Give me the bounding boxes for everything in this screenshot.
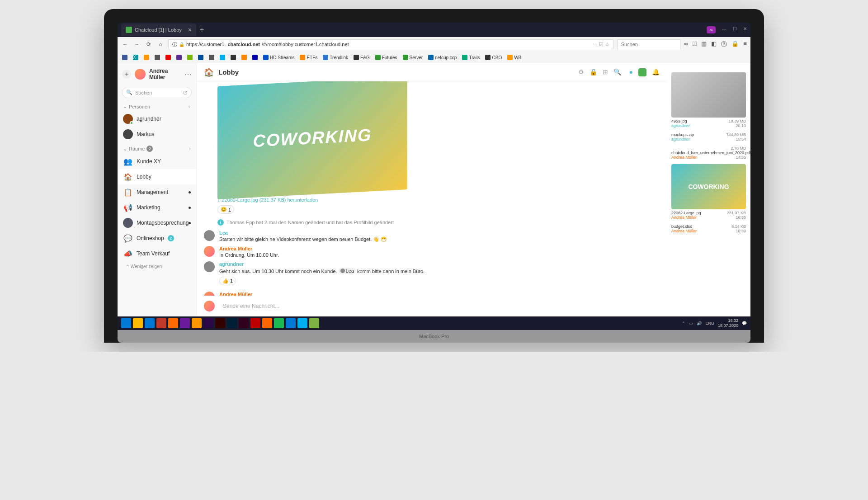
taskbar-app[interactable] bbox=[156, 318, 166, 328]
file-item[interactable]: 8.14 KBbudget.xlsx16:39Andrea Müller bbox=[671, 224, 746, 233]
bookmark[interactable]: Trails bbox=[462, 55, 480, 60]
browser-tab[interactable]: Chatcloud [1] | Lobby × bbox=[121, 24, 196, 36]
notifications-icon[interactable]: 💬 bbox=[742, 321, 747, 325]
bookmark[interactable] bbox=[144, 55, 149, 60]
sidebar-icon[interactable]: ◧ bbox=[711, 40, 717, 48]
message-user[interactable]: Andrea Müller bbox=[219, 246, 660, 251]
bookmark[interactable] bbox=[187, 55, 193, 60]
reload-button[interactable]: ⟳ bbox=[145, 40, 153, 48]
avatar[interactable]: ● bbox=[629, 68, 633, 76]
browser-search[interactable] bbox=[617, 39, 680, 49]
lock-icon[interactable]: 🔒 bbox=[179, 42, 184, 47]
taskbar-app[interactable] bbox=[145, 318, 155, 328]
mention[interactable]: Lea bbox=[339, 268, 356, 274]
bookmark[interactable] bbox=[220, 55, 225, 60]
download-link[interactable]: ↓22082-Large.jpg (231.37 KB) herunterlad… bbox=[217, 197, 660, 203]
taskbar-app[interactable] bbox=[286, 318, 296, 328]
ext1-icon[interactable]: ∞ bbox=[684, 40, 688, 48]
lock-icon[interactable]: 🔒 bbox=[590, 68, 597, 76]
attachment-image[interactable]: COWORKING bbox=[217, 81, 407, 199]
tray-chevron-icon[interactable]: ⌃ bbox=[682, 321, 685, 325]
taskbar-app[interactable] bbox=[168, 318, 178, 328]
avatar[interactable] bbox=[135, 69, 146, 80]
add-room[interactable]: + bbox=[188, 146, 191, 151]
room-item[interactable]: 📢Marketing bbox=[118, 200, 196, 215]
message-user[interactable]: Andrea Müller bbox=[219, 292, 660, 296]
room-item[interactable]: 🏠Lobby bbox=[118, 169, 196, 184]
reaction[interactable]: 👍 1 bbox=[219, 277, 236, 285]
room-item[interactable]: 📋Management bbox=[118, 184, 196, 200]
downloads-icon[interactable]: ⬇⃞ bbox=[693, 40, 697, 48]
bookmark[interactable]: WB bbox=[507, 55, 521, 60]
show-less[interactable]: ⌃ Weniger zeigen bbox=[118, 261, 196, 272]
bookmark[interactable]: Server bbox=[403, 55, 423, 60]
bookmark[interactable] bbox=[165, 55, 171, 60]
message-input[interactable]: Sende eine Nachricht... bbox=[219, 299, 660, 313]
page-actions[interactable]: ⋯ ☑ ☆ bbox=[593, 42, 609, 47]
tab-close-icon[interactable]: × bbox=[188, 26, 192, 33]
library-icon[interactable]: ▥ bbox=[701, 40, 707, 48]
tray-lang[interactable]: ENG bbox=[705, 321, 714, 325]
tray-sound-icon[interactable]: 🔊 bbox=[697, 321, 702, 325]
home-button[interactable]: ⌂ bbox=[156, 40, 165, 48]
bookmark[interactable] bbox=[241, 55, 247, 60]
bookmark[interactable] bbox=[209, 55, 214, 60]
search-input[interactable]: 🔍 Suchen ◷ bbox=[122, 87, 192, 98]
bookmark[interactable]: HD Streams bbox=[263, 55, 294, 60]
url-bar[interactable]: ⓘ 🔒 https://customer1.chatcloud.net/#/ro… bbox=[168, 39, 613, 49]
taskbar-app[interactable] bbox=[192, 318, 202, 328]
taskbar-app[interactable] bbox=[239, 318, 249, 328]
file-thumb[interactable] bbox=[671, 72, 746, 118]
bookmark[interactable] bbox=[198, 55, 203, 60]
room-item[interactable]: 👥Kunde XY bbox=[118, 154, 196, 169]
bookmark[interactable] bbox=[155, 55, 160, 60]
back-button[interactable]: ← bbox=[121, 40, 129, 48]
history-icon[interactable]: ◷ bbox=[183, 90, 188, 95]
bookmark[interactable]: CBO bbox=[485, 55, 502, 60]
taskbar-app[interactable] bbox=[297, 318, 307, 328]
taskbar-app[interactable] bbox=[262, 318, 272, 328]
extension-icon[interactable]: ∞ bbox=[707, 26, 716, 33]
room-item[interactable]: 💬Onlineshop2 bbox=[118, 231, 196, 246]
file-item[interactable]: 10.39 MB4959.jpg20:10agrundner bbox=[671, 119, 746, 128]
room-item[interactable]: 📣Team Verkauf bbox=[118, 246, 196, 261]
bookmark[interactable] bbox=[122, 55, 127, 60]
person-item[interactable]: Markus bbox=[118, 127, 196, 142]
maximize-button[interactable]: ☐ bbox=[733, 26, 737, 33]
bookmark[interactable]: netcup ccp bbox=[428, 55, 457, 60]
taskbar-app[interactable] bbox=[180, 318, 190, 328]
file-item[interactable]: 744.89 MBmockups.zip15:54agrundner bbox=[671, 132, 746, 142]
forward-button[interactable]: → bbox=[133, 40, 141, 48]
file-item[interactable]: 2.78 MBchatcloud_fuer_unternehmen_juni_2… bbox=[671, 146, 746, 160]
close-button[interactable]: ✕ bbox=[743, 26, 747, 33]
shield-icon[interactable]: 🔒 bbox=[731, 40, 739, 48]
section-people[interactable]: ⌄ Personen + bbox=[118, 100, 196, 111]
minimize-button[interactable]: — bbox=[722, 26, 726, 33]
message-user[interactable]: agrundner bbox=[219, 261, 660, 267]
file-item[interactable]: 231.37 KB22082-Large.jpg16:55Andrea Müll… bbox=[671, 211, 746, 220]
start-button[interactable] bbox=[121, 318, 131, 328]
new-tab-button[interactable]: + bbox=[200, 26, 204, 34]
person-item[interactable]: agrundner bbox=[118, 111, 196, 127]
taskbar-app[interactable] bbox=[274, 318, 284, 328]
grid-icon[interactable]: ⊞ bbox=[603, 68, 608, 76]
bookmark[interactable] bbox=[231, 55, 236, 60]
section-rooms[interactable]: ⌄ Räume 2 + bbox=[118, 142, 196, 154]
menu-button[interactable]: ≡ bbox=[743, 40, 747, 48]
taskbar-app[interactable] bbox=[203, 318, 213, 328]
reaction[interactable]: 😊 1 bbox=[217, 205, 234, 214]
chat-scroll[interactable]: COWORKING ↓22082-Large.jpg (231.37 KB) h… bbox=[197, 81, 667, 296]
bookmark[interactable]: F&G bbox=[354, 55, 370, 60]
gear-icon[interactable]: ⚙ bbox=[578, 68, 584, 76]
user-menu[interactable]: ⋯ bbox=[184, 70, 192, 79]
bookmark[interactable]: ETFs bbox=[300, 55, 317, 60]
bookmark[interactable]: Trendlink bbox=[323, 55, 348, 60]
add-button[interactable]: + bbox=[122, 70, 131, 79]
taskbar-app[interactable] bbox=[227, 318, 237, 328]
clock[interactable]: 16:32 18.07.2020 bbox=[718, 318, 738, 328]
taskbar-app[interactable] bbox=[133, 318, 143, 328]
add-person[interactable]: + bbox=[188, 104, 191, 109]
taskbar-app[interactable] bbox=[215, 318, 225, 328]
search-icon[interactable]: 🔍 bbox=[613, 68, 621, 76]
bookmark[interactable] bbox=[252, 55, 258, 60]
